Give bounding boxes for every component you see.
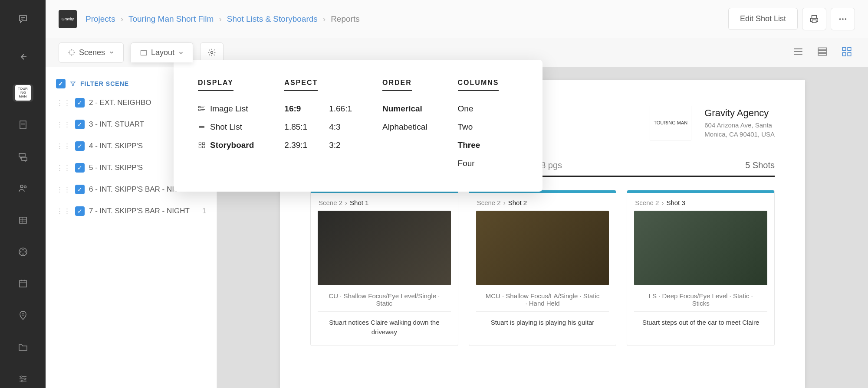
svg-point-17 [69, 50, 74, 55]
columns-option-one[interactable]: One [458, 100, 499, 118]
rail-item-calendar[interactable] [13, 275, 33, 293]
crumb-section[interactable]: Shot Lists & Storyboards [227, 14, 318, 24]
svg-point-19 [211, 52, 213, 54]
svg-rect-29 [199, 143, 201, 145]
view-rows-button[interactable] [814, 43, 831, 62]
drag-handle-icon[interactable]: ⋮⋮ [56, 98, 71, 108]
drag-handle-icon[interactable]: ⋮⋮ [56, 142, 71, 151]
columns-option-two[interactable]: Two [458, 118, 499, 136]
svg-rect-3 [20, 217, 26, 223]
scene-checkbox[interactable]: ✓ [75, 185, 85, 194]
view-grid-button[interactable] [838, 43, 855, 62]
popover-col-columns: COLUMNS One Two Three Four [458, 79, 499, 173]
back-button[interactable] [13, 48, 33, 65]
filter-checkbox[interactable]: ✓ [56, 79, 66, 88]
people-icon [18, 183, 28, 193]
columns-option-three[interactable]: Three [458, 136, 499, 154]
shot-description: Stuart steps out of the car to meet Clai… [627, 312, 774, 336]
drag-handle-icon[interactable]: ⋮⋮ [56, 207, 71, 216]
crumb-project[interactable]: Touring Man Short Film [128, 14, 214, 24]
rail-item-people[interactable] [13, 179, 33, 197]
scenes-label: Scenes [79, 48, 105, 57]
calendar-icon [18, 278, 28, 289]
drag-handle-icon[interactable]: ⋮⋮ [56, 163, 71, 173]
scene-label: 5 - INT. SKIPP'S [89, 163, 143, 172]
chevron-right-icon: › [503, 199, 506, 206]
shot-thumbnail[interactable] [476, 211, 609, 285]
scene-checkbox[interactable]: ✓ [75, 120, 85, 129]
svg-rect-21 [818, 51, 827, 52]
svg-rect-22 [818, 53, 827, 55]
chevron-right-icon: › [219, 14, 221, 24]
scene-checkbox[interactable]: ✓ [75, 163, 85, 173]
shot-meta: MCU · Shallow Focus/LA/Single · Static ·… [476, 285, 609, 312]
list-icon [18, 215, 28, 225]
popover-order-title: ORDER [382, 79, 412, 91]
aspect-option-16-9[interactable]: 16:9 [284, 100, 307, 118]
svg-point-13 [21, 380, 23, 382]
scene-checkbox[interactable]: ✓ [75, 206, 85, 216]
rail-item-chat[interactable] [13, 147, 33, 165]
chevron-right-icon: › [121, 14, 123, 24]
more-button[interactable] [831, 8, 855, 30]
svg-rect-18 [141, 50, 147, 55]
chat-icon [18, 151, 28, 162]
svg-point-5 [22, 249, 23, 250]
aspect-option-3-2[interactable]: 3:2 [329, 136, 352, 154]
document-icon [18, 120, 28, 130]
svg-rect-23 [842, 47, 846, 51]
shot-thumbnail[interactable] [634, 211, 767, 285]
scene-item[interactable]: ⋮⋮ ✓ 7 - INT. SKIPP'S BAR - NIGHT 1 [52, 200, 210, 222]
shot-list-icon [198, 123, 206, 131]
svg-rect-31 [199, 146, 201, 148]
shot-thumbnail[interactable] [318, 211, 451, 285]
aspect-option-185-1[interactable]: 1.85:1 [284, 118, 307, 136]
rail-item-reel[interactable] [13, 243, 33, 261]
print-button[interactable] [802, 8, 826, 30]
rail-project[interactable]: TOURINGMAN [13, 84, 33, 102]
layout-dropdown[interactable]: Layout [131, 42, 193, 62]
svg-rect-27 [199, 107, 201, 108]
display-option-storyboard[interactable]: Storyboard [198, 136, 254, 154]
svg-point-11 [20, 376, 22, 378]
rail-item-list[interactable] [13, 211, 33, 229]
svg-point-16 [845, 18, 847, 20]
svg-point-12 [24, 378, 26, 380]
shot-card[interactable]: Scene 2 › Shot 2 MCU · Shallow Focus/LA/… [469, 190, 617, 346]
svg-point-2 [24, 186, 26, 188]
rail-item-docs[interactable] [13, 116, 33, 134]
scenes-dropdown[interactable]: Scenes [59, 42, 124, 63]
crumb-current: Reports [331, 14, 360, 24]
svg-point-1 [20, 185, 23, 188]
rail-item-folder[interactable] [13, 338, 33, 356]
crumb-projects[interactable]: Projects [85, 14, 115, 24]
rail-item-location[interactable] [13, 306, 33, 324]
display-option-image-list[interactable]: Image List [198, 100, 254, 118]
aspect-option-239-1[interactable]: 2.39:1 [284, 136, 307, 154]
drag-handle-icon[interactable]: ⋮⋮ [56, 185, 71, 194]
shot-card[interactable]: Scene 2 › Shot 3 LS · Deep Focus/Eye Lev… [627, 190, 775, 346]
scene-checkbox[interactable]: ✓ [75, 141, 85, 151]
scene-checkbox[interactable]: ✓ [75, 98, 85, 108]
columns-option-four[interactable]: Four [458, 154, 499, 173]
aspect-option-4-3[interactable]: 4:3 [329, 118, 352, 136]
layout-icon [140, 49, 148, 57]
project-avatar[interactable]: Gravity [59, 10, 77, 28]
order-option-alphabetical[interactable]: Alphabetical [382, 118, 427, 136]
card-shot-label: Shot 3 [666, 199, 685, 206]
display-option-shot-list[interactable]: Shot List [198, 118, 254, 136]
app-logo[interactable] [11, 9, 35, 29]
shot-card[interactable]: Scene 2 › Shot 1 CU · Shallow Focus/Eye … [310, 190, 458, 346]
edit-shot-list-button[interactable]: Edit Shot List [728, 8, 798, 30]
filter-label: FILTER SCENE [80, 80, 129, 87]
toolbar: Scenes Layout DISPLAY [46, 38, 868, 67]
aspect-option-166-1[interactable]: 1.66:1 [329, 100, 352, 118]
order-option-numerical[interactable]: Numerical [382, 100, 427, 118]
drag-handle-icon[interactable]: ⋮⋮ [56, 120, 71, 129]
agency-addr1: 604 Arizona Ave, Santa [704, 121, 775, 130]
chevron-right-icon: › [661, 199, 664, 206]
rail-item-sliders[interactable] [13, 370, 33, 388]
svg-rect-24 [848, 47, 851, 51]
view-list-button[interactable] [790, 43, 806, 62]
shot-meta: CU · Shallow Focus/Eye Level/Single · St… [318, 285, 451, 312]
